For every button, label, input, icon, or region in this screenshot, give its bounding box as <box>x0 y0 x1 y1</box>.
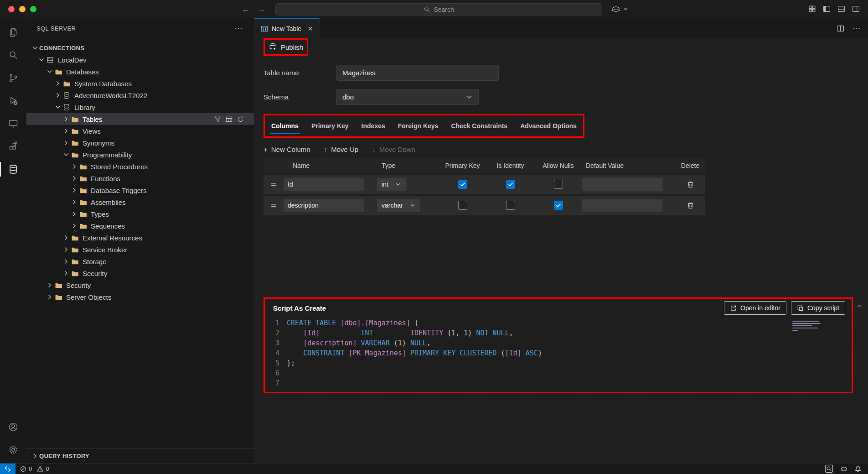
chevron-right-icon <box>54 80 62 87</box>
is-identity-checkbox[interactable] <box>506 201 515 210</box>
command-center-search[interactable]: Search <box>275 3 602 16</box>
move-down-button[interactable]: ↓ Move Down <box>372 146 415 153</box>
tree-item-storage[interactable]: Storage <box>26 255 254 267</box>
tree-item-adventureworkslt2022[interactable]: AdventureWorksLT2022 <box>26 89 254 101</box>
designer-tab-columns[interactable]: Columns <box>265 115 305 136</box>
tree-item-security[interactable]: Security <box>26 279 254 291</box>
tree-item-assemblies[interactable]: Assemblies <box>26 196 254 208</box>
warning-icon <box>37 466 43 472</box>
tree-item-types[interactable]: Types <box>26 208 254 220</box>
scroll-up-chevron-icon[interactable] <box>856 303 863 311</box>
activity-item-sql-server[interactable] <box>0 158 26 181</box>
arrow-down-icon: ↓ <box>372 146 376 153</box>
tree-item-localdev[interactable]: LocalDev <box>26 54 254 66</box>
code-text: [description] VARCHAR (1) NULL, <box>287 338 431 348</box>
script-code-editor[interactable]: 1CREATE TABLE [dbo].[Magazines] (2 [Id] … <box>265 318 852 388</box>
default-value-input[interactable] <box>582 199 662 212</box>
activity-item-search[interactable] <box>0 44 26 67</box>
schema-select[interactable]: dbo <box>336 89 479 105</box>
tree-item-service-broker[interactable]: Service Broker <box>26 244 254 255</box>
status-bar-right <box>825 464 868 473</box>
tree-item-security[interactable]: Security <box>26 267 254 279</box>
tree-item-views[interactable]: Views <box>26 125 254 137</box>
minimize-window-button[interactable] <box>19 6 26 12</box>
sidebar-more-actions-icon[interactable]: ⋯ <box>234 23 243 33</box>
activity-item-remote-explorer[interactable] <box>0 112 26 135</box>
copilot-icon[interactable] <box>840 465 848 473</box>
allow-nulls-checkbox[interactable] <box>554 180 563 189</box>
column-name-input[interactable] <box>284 199 364 212</box>
tree-item-databases[interactable]: Databases <box>26 66 254 78</box>
more-actions-icon[interactable]: ⋯ <box>852 24 861 33</box>
designer-tab-check-constraints[interactable]: Check Constraints <box>444 115 514 136</box>
notifications-bell-icon[interactable] <box>854 465 862 473</box>
customize-layout-grid-icon[interactable] <box>808 5 816 13</box>
publish-button[interactable]: Publish <box>269 42 303 52</box>
chevron-right-icon <box>54 92 62 99</box>
maximize-window-button[interactable] <box>30 6 36 12</box>
activity-item-source-control[interactable] <box>0 67 26 89</box>
toggle-secondary-sidebar-icon[interactable] <box>852 5 860 13</box>
activity-item-accounts[interactable] <box>0 416 26 438</box>
drag-handle-icon[interactable] <box>269 180 278 188</box>
connections-section-header[interactable]: CONNECTIONS <box>26 42 254 54</box>
problems-status[interactable]: 0 0 <box>20 465 52 472</box>
query-history-section-header[interactable]: QUERY HISTORY <box>26 448 254 463</box>
tree-item-library[interactable]: Library <box>26 101 254 113</box>
delete-row-trash-icon[interactable] <box>687 202 694 209</box>
primary-key-checkbox[interactable] <box>458 180 467 189</box>
designer-tab-primary-key[interactable]: Primary Key <box>305 115 355 136</box>
line-number: 1 <box>265 318 287 328</box>
primary-key-checkbox[interactable] <box>458 201 467 210</box>
tree-item-functions[interactable]: Functions <box>26 172 254 184</box>
tree-item-external-resources[interactable]: External Resources <box>26 232 254 244</box>
tree-item-synonyms[interactable]: Synonyms <box>26 137 254 149</box>
activity-item-run-debug[interactable] <box>0 89 26 112</box>
split-editor-icon[interactable] <box>837 25 844 32</box>
toggle-panel-icon[interactable] <box>837 5 845 13</box>
is-identity-checkbox[interactable] <box>506 180 515 189</box>
tree-item-sequences[interactable]: Sequences <box>26 220 254 232</box>
tree-item-label: Functions <box>91 175 120 182</box>
open-in-editor-button[interactable]: Open in editor <box>724 301 786 315</box>
drag-handle-icon[interactable] <box>269 201 278 209</box>
tree-item-database-triggers[interactable]: Database Triggers <box>26 184 254 196</box>
designer-tab-foreign-keys[interactable]: Foreign Keys <box>392 115 445 136</box>
layout-controls <box>808 5 860 13</box>
column-type-select[interactable]: int <box>377 178 406 191</box>
tree-item-stored-procedures[interactable]: Stored Procedures <box>26 161 254 172</box>
tree-item-tables[interactable]: Tables <box>26 113 254 125</box>
tree-item-programmability[interactable]: Programmability <box>26 149 254 161</box>
close-window-button[interactable] <box>8 6 15 12</box>
column-type-select[interactable]: varchar <box>377 199 420 212</box>
move-up-button[interactable]: ↑ Move Up <box>324 146 359 153</box>
designer-tab-advanced-options[interactable]: Advanced Options <box>514 115 583 136</box>
back-button[interactable]: ← <box>242 5 250 14</box>
table-name-input[interactable] <box>336 65 499 81</box>
activity-item-settings[interactable] <box>0 438 26 461</box>
activity-item-extensions[interactable] <box>0 135 26 158</box>
tab-new-table[interactable]: New Table × <box>254 18 320 38</box>
filter-icon[interactable] <box>214 116 221 123</box>
allow-nulls-checkbox[interactable] <box>554 201 563 210</box>
line-number: 3 <box>265 338 287 348</box>
delete-row-trash-icon[interactable] <box>687 181 694 188</box>
toggle-primary-sidebar-icon[interactable] <box>823 5 831 13</box>
activity-item-explorer[interactable] <box>0 21 26 44</box>
forward-button[interactable]: → <box>257 5 265 14</box>
close-tab-icon[interactable]: × <box>308 25 313 33</box>
tree-item-server-objects[interactable]: Server Objects <box>26 291 254 303</box>
new-column-button[interactable]: + New Column <box>264 146 310 153</box>
refresh-icon[interactable] <box>237 116 244 123</box>
designer-tab-indexes[interactable]: Indexes <box>355 115 392 136</box>
new-table-icon[interactable] <box>226 116 232 123</box>
remote-indicator[interactable] <box>0 464 16 474</box>
tree-item-system-databases[interactable]: System Databases <box>26 78 254 89</box>
column-name-input[interactable] <box>284 178 364 191</box>
zoom-icon[interactable] <box>825 464 833 473</box>
activity-bar <box>0 18 26 463</box>
run-debug-icon <box>8 95 19 106</box>
copilot-menu[interactable] <box>611 4 628 15</box>
copy-script-button[interactable]: Copy script <box>791 301 845 315</box>
default-value-input[interactable] <box>582 178 662 191</box>
